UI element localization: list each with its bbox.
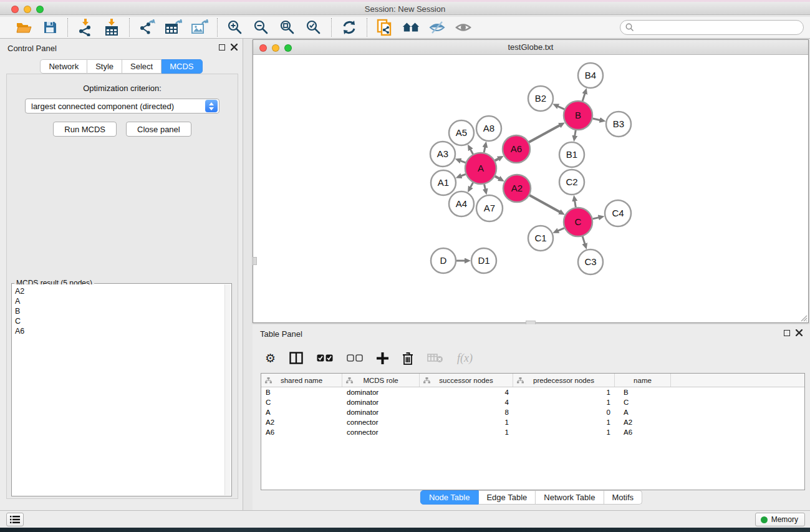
save-session-icon[interactable] [41,19,59,36]
criterion-select[interactable]: largest connected component (directed) [25,99,219,114]
export-image-icon[interactable] [191,19,208,36]
graph-node-A1[interactable]: A1 [431,170,456,195]
graph-edge-A-A4[interactable] [470,183,473,188]
graph-edge-A-A3[interactable] [460,161,466,163]
show-all-icon[interactable] [455,19,472,36]
graph-edge-B-B4[interactable] [582,94,585,101]
tab-network[interactable]: Network [40,59,87,74]
zoom-selected-icon[interactable] [305,19,322,36]
tab-mcds[interactable]: MCDS [162,59,202,74]
graph-node-A4[interactable]: A4 [449,191,474,216]
network-canvas[interactable]: B4B2BB3A8A5A6A3B1AA1C2A2A4A7C4CC1DD1C3 [253,55,808,322]
float-panel-icon[interactable] [219,44,225,51]
result-item-c[interactable]: C [15,316,224,326]
graph-node-C[interactable]: C [564,208,592,236]
first-neighbors-icon[interactable] [402,19,420,36]
graph-edge-A-A8[interactable] [484,147,485,152]
result-item-a[interactable]: A [15,296,224,306]
zoom-fit-icon[interactable] [279,19,296,36]
table-row[interactable]: Cdominator41C [261,397,804,407]
hide-selected-icon[interactable] [428,19,446,36]
tab-select[interactable]: Select [122,59,162,74]
splitter-grabber[interactable] [253,257,257,265]
column-header-shared-name[interactable]: shared name [261,374,342,387]
delete-column-icon[interactable] [402,352,413,365]
delete-table-icon[interactable] [427,353,443,363]
graph-node-B1[interactable]: B1 [559,142,584,167]
gear-icon[interactable]: ⚙ [265,352,276,364]
tab-node-table[interactable]: Node Table [420,490,479,505]
close-panel-button[interactable]: Close panel [126,122,191,137]
task-history-button[interactable] [6,513,24,526]
graph-edge-B-B3[interactable] [592,118,600,120]
graph-node-A2[interactable]: A2 [503,175,531,202]
run-mcds-button[interactable]: Run MCDS [53,122,117,137]
graph-node-C1[interactable]: C1 [528,226,553,251]
column-header-successor-nodes[interactable]: successor nodes [420,374,513,387]
graph-node-B4[interactable]: B4 [578,63,603,88]
graph-node-A[interactable]: A [465,153,496,184]
tab-motifs[interactable]: Motifs [604,490,642,505]
graph-edge-C-C3[interactable] [582,236,585,244]
graph-edge-C-C1[interactable] [558,228,564,231]
add-column-icon[interactable] [377,352,388,364]
graph-edge-A-A7[interactable] [485,184,486,189]
memory-button[interactable]: Memory [755,513,805,526]
graph-edge-A6-B[interactable] [529,125,560,142]
graph-node-A8[interactable]: A8 [476,116,501,141]
float-table-panel-icon[interactable] [784,330,790,336]
column-view-icon[interactable] [289,352,303,364]
result-item-a2[interactable]: A2 [15,286,224,296]
import-network-icon[interactable] [77,19,94,36]
graph-node-C4[interactable]: C4 [605,200,631,226]
tab-edge-table[interactable]: Edge Table [478,490,536,505]
graph-edge-A-A5[interactable] [470,149,473,154]
network-window-titlebar[interactable]: testGlobe.txt [253,40,808,55]
graph-node-C3[interactable]: C3 [578,249,603,274]
graph-edge-A-A1[interactable] [461,174,466,176]
close-table-panel-icon[interactable] [796,329,803,336]
graph-node-B2[interactable]: B2 [528,86,553,111]
tab-network-table[interactable]: Network Table [536,490,604,505]
search-input[interactable] [620,20,804,35]
graph-node-D[interactable]: D [431,248,456,273]
column-header-mcds-role[interactable]: MCDS role [342,374,420,387]
close-panel-icon[interactable] [231,44,238,51]
zoom-in-icon[interactable] [226,19,244,36]
export-table-icon[interactable] [165,19,182,36]
function-builder-icon[interactable]: f(x) [457,352,473,365]
graph-edge-C-C4[interactable] [592,218,599,219]
mcds-result-list[interactable]: A2ABCA6 [12,284,224,495]
table-row[interactable]: Adominator80A [261,407,804,417]
graph-node-A7[interactable]: A7 [476,195,503,221]
graph-node-B[interactable]: B [564,101,592,130]
export-network-icon[interactable] [138,19,156,36]
table-row[interactable]: Bdominator41B [261,387,804,397]
graph-edge-B-B2[interactable] [557,106,564,109]
refresh-icon[interactable] [340,19,358,36]
column-header-name[interactable]: name [615,374,671,387]
node-table[interactable]: shared nameMCDS rolesuccessor nodesprede… [261,373,805,490]
tab-style[interactable]: Style [87,59,122,74]
open-session-icon[interactable] [15,19,32,36]
graph-node-A3[interactable]: A3 [430,142,455,167]
select-all-icon[interactable] [317,354,333,362]
graph-node-B3[interactable]: B3 [606,112,631,137]
graph-edge-B-B1[interactable] [575,130,576,137]
graph-edge-A-A2[interactable] [495,177,499,179]
graph-node-A5[interactable]: A5 [449,120,474,145]
duplicate-network-icon[interactable] [376,19,393,36]
graph-edge-A2-C[interactable] [529,195,560,212]
graph-edge-A-A6[interactable] [495,158,499,160]
import-table-icon[interactable] [103,19,120,36]
result-scrollbar[interactable] [224,284,231,495]
column-header-predecessor-nodes[interactable]: predecessor nodes [513,374,615,387]
graph-edge-C-C2[interactable] [575,201,576,208]
zoom-out-icon[interactable] [253,19,270,36]
graph-node-C2[interactable]: C2 [559,170,584,195]
graph-node-D1[interactable]: D1 [471,248,496,273]
table-row[interactable]: A2connector11A2 [261,417,804,427]
result-item-a6[interactable]: A6 [15,326,224,336]
result-item-b[interactable]: B [15,306,224,316]
table-row[interactable]: A6connector11A6 [261,427,804,437]
